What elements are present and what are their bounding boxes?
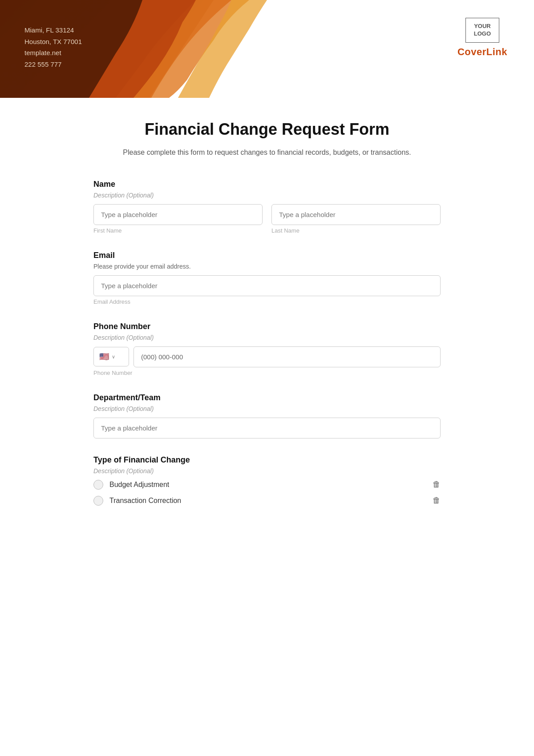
header-contact-info: Miami, FL 33124 Houston, TX 77001 templa… xyxy=(24,24,82,70)
form-title: Financial Change Request Form xyxy=(93,120,441,139)
first-name-sublabel: First Name xyxy=(93,227,263,234)
contact-line1: Miami, FL 33124 xyxy=(24,24,82,36)
delete-budget-icon[interactable]: 🗑 xyxy=(433,480,441,489)
radio-budget-label: Budget Adjustment xyxy=(109,481,169,489)
phone-section: Phone Number Description (Optional) 🇺🇸 ∨… xyxy=(93,322,441,376)
financial-change-section: Type of Financial Change Description (Op… xyxy=(93,455,441,506)
logo-line1: YOUR xyxy=(474,23,491,30)
department-label: Department/Team xyxy=(93,393,441,402)
logo-line2: LOGO xyxy=(474,30,491,38)
email-description: Please provide your email address. xyxy=(93,263,441,270)
country-select[interactable]: 🇺🇸 ∨ xyxy=(93,347,129,366)
radio-transaction-left: Transaction Correction xyxy=(93,496,181,506)
contact-line4: 222 555 777 xyxy=(24,59,82,70)
page-header: Miami, FL 33124 Houston, TX 77001 templa… xyxy=(0,0,534,98)
department-input[interactable] xyxy=(93,418,441,438)
email-section: Email Please provide your email address.… xyxy=(93,251,441,305)
chevron-down-icon: ∨ xyxy=(112,354,115,360)
email-sublabel: Email Address xyxy=(93,298,441,305)
first-name-input[interactable] xyxy=(93,204,263,225)
name-section: Name Description (Optional) First Name L… xyxy=(93,180,441,234)
phone-label: Phone Number xyxy=(93,322,441,331)
form-subtitle: Please complete this form to request cha… xyxy=(93,147,441,158)
last-name-col: Last Name xyxy=(271,204,441,234)
first-name-col: First Name xyxy=(93,204,263,234)
radio-budget-circle[interactable] xyxy=(93,480,103,490)
radio-option-transaction: Transaction Correction 🗑 xyxy=(93,496,441,506)
radio-budget-left: Budget Adjustment xyxy=(93,480,169,490)
name-input-row: First Name Last Name xyxy=(93,204,441,234)
financial-change-label: Type of Financial Change xyxy=(93,455,441,465)
phone-input-row: 🇺🇸 ∨ xyxy=(93,346,441,367)
brand-name: CoverLink xyxy=(457,46,507,58)
phone-sublabel: Phone Number xyxy=(93,370,441,376)
radio-transaction-label: Transaction Correction xyxy=(109,497,181,505)
name-description: Description (Optional) xyxy=(93,192,441,199)
radio-option-budget: Budget Adjustment 🗑 xyxy=(93,480,441,490)
phone-description: Description (Optional) xyxy=(93,334,441,341)
logo-box: YOUR LOGO xyxy=(465,18,499,43)
phone-input[interactable] xyxy=(134,346,441,367)
header-logo-area: YOUR LOGO CoverLink xyxy=(457,18,507,58)
department-description: Description (Optional) xyxy=(93,405,441,412)
flag-icon: 🇺🇸 xyxy=(99,352,109,362)
email-label: Email xyxy=(93,251,441,260)
radio-transaction-circle[interactable] xyxy=(93,496,103,506)
contact-line2: Houston, TX 77001 xyxy=(24,36,82,48)
email-input[interactable] xyxy=(93,275,441,296)
delete-transaction-icon[interactable]: 🗑 xyxy=(433,496,441,505)
last-name-sublabel: Last Name xyxy=(271,227,441,234)
last-name-input[interactable] xyxy=(271,204,441,225)
name-label: Name xyxy=(93,180,441,189)
financial-change-description: Description (Optional) xyxy=(93,467,441,475)
department-section: Department/Team Description (Optional) xyxy=(93,393,441,438)
contact-line3: template.net xyxy=(24,47,82,59)
form-container: Financial Change Request Form Please com… xyxy=(67,98,467,558)
